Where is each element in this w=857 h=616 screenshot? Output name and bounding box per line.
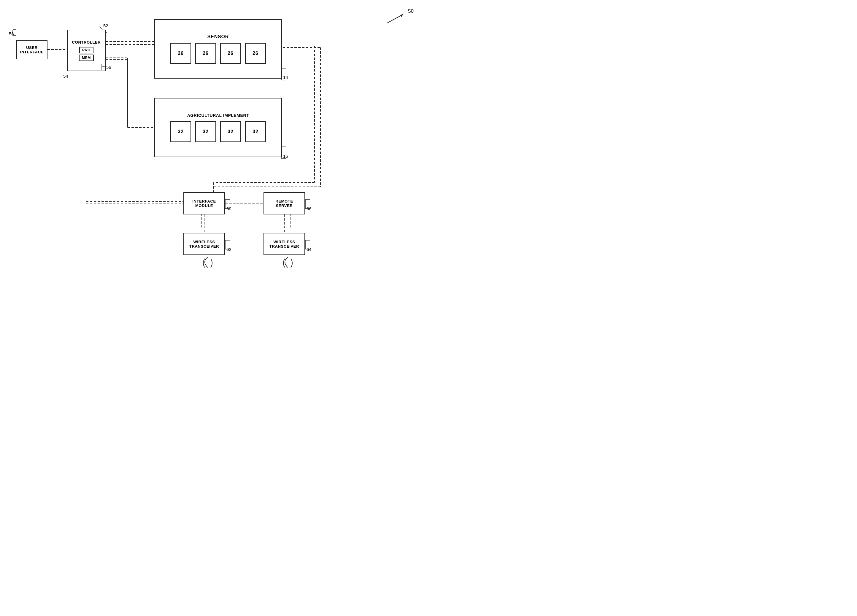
svg-marker-15	[400, 14, 403, 17]
ref50-arrow	[384, 11, 408, 27]
ref-54: 54	[63, 74, 68, 79]
ref-50: 50	[408, 8, 414, 14]
wireless-waves-1	[196, 256, 220, 270]
sensor-box: SENSOR 26 26 26 26	[154, 19, 282, 79]
interface-module-box: INTERFACEMODULE	[183, 192, 225, 215]
wireless-transceiver-2-box: WIRELESSTRANSCEIVER	[263, 233, 305, 255]
sensor-cell-4: 26	[245, 43, 266, 64]
user-interface-label: USERINTERFACE	[20, 45, 44, 54]
mem-box: MEM	[79, 54, 94, 61]
interface-module-label: INTERFACEMODULE	[192, 199, 216, 208]
sensor-cells: 26 26 26 26	[170, 43, 266, 64]
sensor-cell-1: 26	[170, 43, 191, 64]
agrimpl-cell-4: 32	[245, 121, 266, 142]
user-interface-box: USERINTERFACE	[16, 40, 48, 59]
agrimpl-cell-2: 32	[195, 121, 216, 142]
controller-box: CONTROLLER PRO MEM	[67, 30, 106, 71]
wireless-waves-2	[276, 256, 300, 270]
remote-server-box: REMOTESERVER	[263, 192, 305, 215]
sensor-label: SENSOR	[207, 34, 229, 39]
agrimpl-box: AGRICULTURAL IMPLEMENT 32 32 32 32	[154, 98, 282, 157]
pro-box: PRO	[79, 47, 93, 53]
agrimpl-cell-3: 32	[220, 121, 241, 142]
agrimpl-label: AGRICULTURAL IMPLEMENT	[187, 113, 249, 118]
controller-label: CONTROLLER	[72, 40, 101, 45]
remote-server-label: REMOTESERVER	[275, 199, 293, 208]
wireless-transceiver-1-box: WIRELESSTRANSCEIVER	[183, 233, 225, 255]
sensor-cell-3: 26	[220, 43, 241, 64]
agrimpl-cells: 32 32 32 32	[170, 121, 266, 142]
diagram: 50 58 USERINTERFACE 52 CONTROLLER PRO ME…	[0, 0, 428, 308]
wireless-transceiver-2-label: WIRELESSTRANSCEIVER	[269, 239, 299, 249]
agrimpl-cell-1: 32	[170, 121, 191, 142]
sensor-cell-2: 26	[195, 43, 216, 64]
wireless-transceiver-1-label: WIRELESSTRANSCEIVER	[189, 239, 219, 249]
